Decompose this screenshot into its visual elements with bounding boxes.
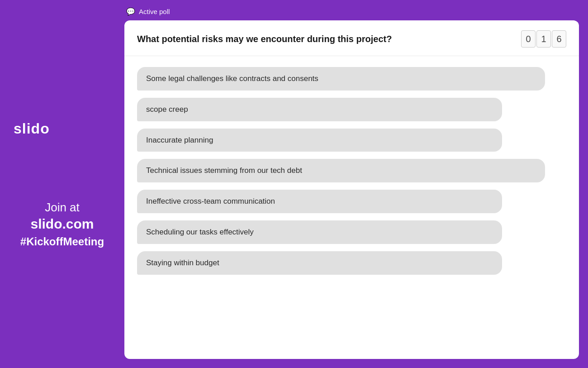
sidebar: slido Join at slido.com #KickoffMeeting: [0, 0, 124, 368]
vote-digit-2: 6: [552, 30, 566, 48]
list-item: Inaccurate planning: [137, 129, 502, 152]
poll-responses: Some legal challenges like contracts and…: [124, 56, 579, 359]
poll-question: What potential risks may we encounter du…: [137, 34, 512, 44]
vote-digit-1: 1: [536, 30, 551, 48]
list-item: Staying within budget: [137, 251, 502, 275]
sidebar-join-at-label: Join at: [20, 201, 104, 215]
sidebar-join-info: Join at slido.com #KickoffMeeting: [20, 201, 104, 248]
poll-card: What potential risks may we encounter du…: [124, 20, 579, 359]
vote-digit-0: 0: [521, 30, 536, 48]
top-bar: 💬 Active poll: [124, 7, 579, 20]
active-poll-label: Active poll: [139, 8, 170, 15]
sidebar-hashtag: #KickoffMeeting: [20, 235, 104, 248]
sidebar-join-url: slido.com: [20, 216, 104, 232]
poll-icon: 💬: [126, 7, 135, 16]
poll-header: What potential risks may we encounter du…: [124, 20, 579, 56]
list-item: scope creep: [137, 98, 502, 121]
slido-logo: slido: [14, 120, 50, 137]
vote-counter: 0 1 6: [521, 30, 566, 48]
list-item: Technical issues stemming from our tech …: [137, 159, 545, 182]
main-area: 💬 Active poll What potential risks may w…: [124, 0, 588, 368]
list-item: Ineffective cross-team communication: [137, 190, 502, 213]
list-item: Scheduling our tasks effectively: [137, 220, 502, 244]
list-item: Some legal challenges like contracts and…: [137, 67, 545, 91]
